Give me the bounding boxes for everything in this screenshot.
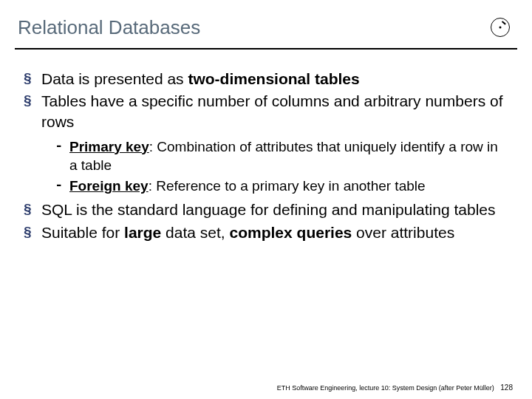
slide-body: Data is presented as two-dimensional tab… [0, 50, 532, 244]
sub-2-rest: : Reference to a primary key in another … [149, 178, 426, 194]
bullet-3: SQL is the standard language for definin… [24, 200, 508, 220]
bullet-2-text: Tables have a specific number of columns… [41, 92, 502, 130]
b4-d: complex queries [230, 224, 352, 241]
sub-bullet-1: Primary key: Combination of attributes t… [41, 137, 508, 175]
page-number: 128 [500, 383, 513, 392]
bullet-1-bold: two-dimensional tables [188, 70, 359, 87]
b4-a: Suitable for [41, 224, 124, 241]
eth-logo-icon [491, 18, 510, 37]
footer-text: ETH Software Engineering, lecture 10: Sy… [277, 384, 494, 392]
sub-1-key: Primary key [69, 139, 149, 154]
b4-e: over attributes [352, 224, 454, 241]
slide-footer: ETH Software Engineering, lecture 10: Sy… [277, 383, 513, 392]
bullet-1-pre: Data is presented as [41, 70, 188, 87]
b4-c: data set, [161, 224, 229, 241]
bullet-4: Suitable for large data set, complex que… [24, 222, 508, 243]
sub-bullet-2: Foreign key: Reference to a primary key … [41, 177, 508, 196]
b4-b: large [124, 224, 161, 241]
slide-title: Relational Databases [18, 16, 200, 39]
sub-2-key: Foreign key [69, 178, 149, 194]
bullet-1: Data is presented as two-dimensional tab… [24, 69, 508, 89]
bullet-2: Tables have a specific number of columns… [24, 91, 508, 196]
